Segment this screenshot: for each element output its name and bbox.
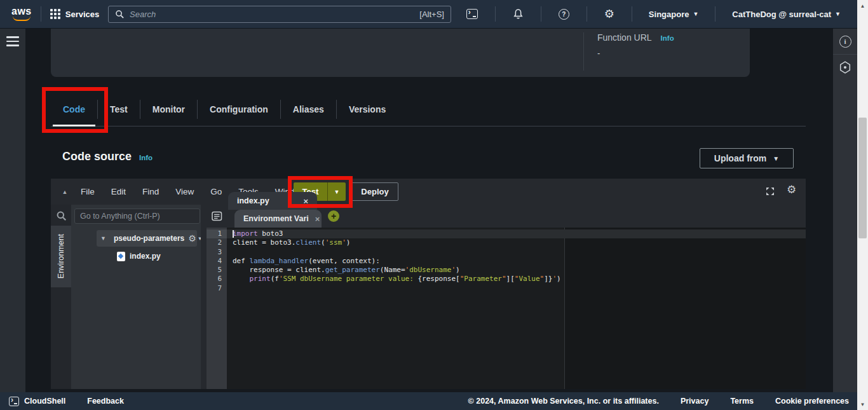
menu-file[interactable]: File: [72, 187, 103, 196]
gear-icon: ⚙: [188, 234, 196, 243]
code-editor: ▲ FileEditFindViewGoToolsWindow Test ▼ D…: [51, 179, 806, 389]
code-line[interactable]: response = client.get_parameter(Name='db…: [227, 266, 806, 275]
cloudshell-terminal-button[interactable]: [457, 0, 487, 28]
global-search-box[interactable]: [Alt+S]: [108, 6, 451, 23]
panel-splitter[interactable]: [201, 205, 207, 389]
tab-configuration[interactable]: Configuration: [198, 92, 280, 126]
tab-test[interactable]: Test: [98, 92, 140, 126]
menu-find[interactable]: Find: [134, 187, 167, 196]
file-name: index.py: [130, 252, 161, 261]
editor-tab-environment-vari[interactable]: Environment Vari×: [234, 210, 322, 228]
tree-file-row[interactable]: index.py: [117, 249, 161, 263]
footer-link-cookie-preferences[interactable]: Cookie preferences: [775, 397, 849, 406]
file-tree-panel: ▼ pseudo-parameters ⚙ ▼ index.py: [71, 205, 201, 389]
test-run-dropdown[interactable]: ▼: [327, 182, 346, 201]
fullscreen-button[interactable]: [765, 186, 775, 196]
environment-panel-label: Environment: [57, 234, 65, 278]
upload-from-button[interactable]: Upload from ▼: [700, 148, 794, 168]
new-tab-button[interactable]: +: [328, 210, 339, 222]
environment-panel-tab[interactable]: Environment: [51, 226, 71, 287]
folder-expand-caret-icon[interactable]: ▼: [100, 235, 106, 242]
nav-divider: [715, 6, 715, 22]
footer-bar: CloudShell Feedback © 2024, Amazon Web S…: [0, 392, 857, 410]
main-content: Function URL Info - CodeTestMonitorConfi…: [25, 29, 833, 392]
function-url-info-link[interactable]: Info: [661, 34, 674, 42]
tab-monitor[interactable]: Monitor: [140, 92, 197, 126]
region-selector[interactable]: Singapore ▼: [640, 0, 708, 28]
close-icon[interactable]: ×: [315, 214, 320, 224]
code-line[interactable]: def lambda_handler(event, context):: [227, 257, 806, 266]
help-button[interactable]: ?: [549, 0, 579, 28]
nav-divider: [632, 6, 632, 22]
question-mark-icon: ?: [559, 9, 569, 20]
editor-tab-label: Environment Vari: [243, 214, 309, 223]
tab-code[interactable]: Code: [51, 92, 97, 126]
editor-settings-button[interactable]: ⚙: [787, 184, 796, 195]
footer-link-privacy[interactable]: Privacy: [681, 397, 709, 406]
deploy-button[interactable]: Deploy: [351, 182, 398, 201]
close-icon[interactable]: ×: [303, 196, 308, 206]
tab-list-icon[interactable]: [212, 211, 222, 221]
scrollbar-thumb[interactable]: [858, 118, 867, 238]
search-input[interactable]: [130, 10, 414, 19]
search-icon: [115, 10, 125, 19]
notifications-button[interactable]: [503, 0, 533, 28]
editor-tab-index-py[interactable]: index.py×: [228, 192, 317, 210]
editor-gutter: 1234567: [207, 228, 227, 389]
footer-cloudshell-button[interactable]: CloudShell: [9, 397, 65, 406]
scroll-down-arrow[interactable]: ▼: [857, 400, 868, 409]
tab-versions[interactable]: Versions: [337, 92, 398, 126]
line-number: 6: [207, 275, 227, 284]
menu-view[interactable]: View: [167, 187, 202, 196]
function-overview-card: Function URL Info -: [51, 29, 750, 77]
code-line[interactable]: [227, 284, 806, 293]
function-tabs: CodeTestMonitorConfigurationAliasesVersi…: [51, 92, 806, 126]
info-panel-button[interactable]: i: [833, 29, 857, 54]
code-line[interactable]: print(f'SSM dbUsername parameter value: …: [227, 275, 806, 284]
services-menu-button[interactable]: Services: [50, 9, 100, 19]
left-sidebar-strip: [0, 29, 25, 392]
aws-logo[interactable]: aws: [11, 7, 32, 21]
chevron-down-icon: ▼: [693, 11, 698, 17]
code-source-header-row: Code source Info Upload from ▼: [51, 144, 806, 172]
goto-anything-input[interactable]: [74, 208, 200, 224]
menu-go[interactable]: Go: [202, 187, 230, 196]
bell-icon: [513, 8, 524, 20]
code-source-info-link[interactable]: Info: [139, 154, 153, 161]
chevron-down-icon: ▼: [334, 189, 340, 195]
code-line[interactable]: import boto3: [227, 229, 806, 238]
code-editing-area[interactable]: import boto3client = boto3.client('ssm')…: [227, 228, 806, 389]
editor-menubar: ▲ FileEditFindViewGoToolsWindow Test ▼ D…: [51, 179, 806, 205]
search-shortcut-hint: [Alt+S]: [419, 10, 444, 19]
upload-from-label: Upload from: [714, 153, 766, 163]
settings-button[interactable]: ⚙: [595, 0, 624, 28]
nav-divider: [495, 6, 496, 22]
hamburger-icon: [6, 36, 19, 38]
collapse-editor-button[interactable]: ▲: [57, 189, 72, 195]
resources-panel-button[interactable]: [833, 55, 857, 80]
scroll-up-arrow[interactable]: ▲: [857, 1, 868, 10]
open-menu-button[interactable]: [6, 36, 19, 49]
expand-icon: [765, 186, 775, 196]
function-url-block: Function URL Info -: [597, 32, 674, 58]
line-number: 2: [207, 238, 227, 247]
editor-file-tabs: index.py×Environment Vari× +: [207, 205, 806, 228]
copyright-text: © 2024, Amazon Web Services, Inc. or its…: [468, 397, 659, 406]
services-grid-icon: [50, 9, 60, 19]
chevron-down-icon: ▼: [835, 11, 841, 17]
tree-folder-row[interactable]: ▼ pseudo-parameters ⚙ ▼: [97, 230, 197, 247]
menu-edit[interactable]: Edit: [103, 187, 134, 196]
info-circle-icon: i: [839, 36, 851, 48]
page-scrollbar[interactable]: ▲ ▼: [857, 0, 868, 410]
account-menu[interactable]: CatTheDog @ surreal-cat ▼: [723, 0, 850, 28]
tab-aliases[interactable]: Aliases: [281, 92, 336, 126]
card-divider: [583, 32, 584, 71]
feedback-link[interactable]: Feedback: [87, 397, 124, 406]
code-line[interactable]: [227, 248, 806, 257]
line-number: 1: [207, 229, 227, 238]
footer-link-terms[interactable]: Terms: [730, 397, 754, 406]
tree-search-icon[interactable]: [56, 210, 67, 222]
code-line[interactable]: client = boto3.client('ssm'): [227, 238, 806, 247]
nav-right-cluster: ? ⚙ Singapore ▼ CatTheDog @ surreal-cat …: [457, 0, 850, 28]
region-label: Singapore: [649, 10, 689, 19]
